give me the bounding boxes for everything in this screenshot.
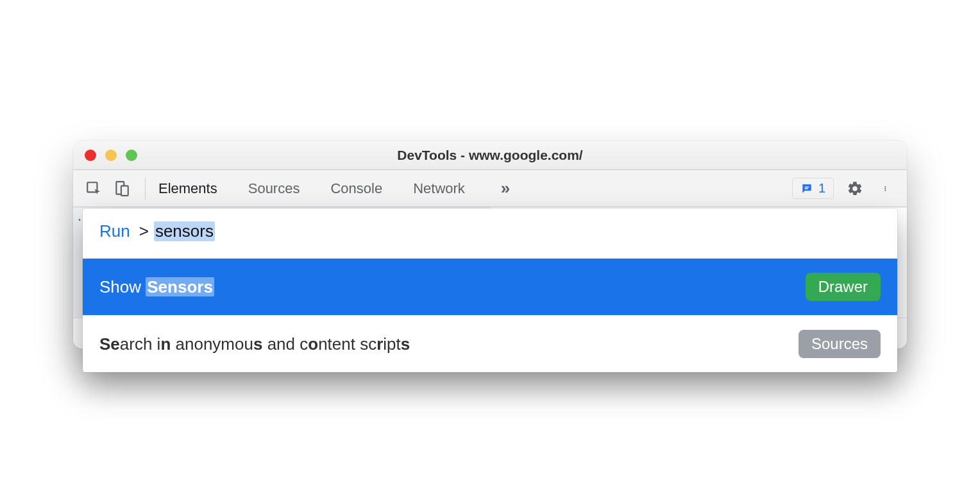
svg-point-5	[884, 189, 886, 191]
more-tabs-icon[interactable]: »	[494, 178, 516, 198]
command-symbol: >	[139, 221, 149, 241]
command-badge-sources: Sources	[798, 330, 881, 358]
settings-icon[interactable]	[844, 178, 866, 200]
close-icon[interactable]	[85, 150, 96, 161]
feedback-icon	[800, 182, 813, 195]
tab-elements[interactable]: Elements	[157, 180, 219, 197]
zoom-icon[interactable]	[126, 150, 137, 161]
command-prefix: Run	[99, 221, 130, 241]
minimize-icon[interactable]	[105, 150, 117, 161]
tab-network[interactable]: Network	[412, 180, 466, 197]
command-search[interactable]: Run >sensors	[83, 209, 897, 258]
devtools-toolbar: Elements Sources Console Network » 1	[73, 170, 907, 207]
titlebar: DevTools - www.google.com/	[73, 141, 907, 170]
svg-rect-2	[121, 185, 128, 195]
tab-console[interactable]: Console	[329, 180, 384, 197]
toolbar-separator	[145, 178, 146, 200]
feedback-count: 1	[818, 181, 825, 196]
svg-point-4	[884, 188, 886, 189]
svg-point-3	[884, 186, 886, 187]
command-item-search-scripts[interactable]: Search in anonymous and content scripts …	[83, 315, 897, 372]
feedback-button[interactable]: 1	[792, 178, 834, 199]
window-title: DevTools - www.google.com/	[397, 148, 582, 163]
panel-tabs: Elements Sources Console Network »	[157, 178, 787, 198]
command-badge-drawer: Drawer	[806, 273, 881, 301]
tab-sources[interactable]: Sources	[247, 180, 301, 197]
command-menu: Run >sensors Show Sensors Drawer Search …	[83, 209, 897, 372]
command-item-label: Show Sensors	[99, 277, 214, 297]
command-query: sensors	[154, 221, 215, 241]
traffic-lights	[85, 150, 137, 161]
command-item-show-sensors[interactable]: Show Sensors Drawer	[83, 258, 897, 315]
devtools-window: DevTools - www.google.com/ Elements Sour…	[73, 141, 907, 348]
inspect-icon[interactable]	[82, 177, 105, 200]
command-item-label: Search in anonymous and content scripts	[99, 334, 410, 354]
more-options-icon[interactable]	[876, 178, 898, 200]
device-toggle-icon[interactable]	[110, 177, 133, 200]
